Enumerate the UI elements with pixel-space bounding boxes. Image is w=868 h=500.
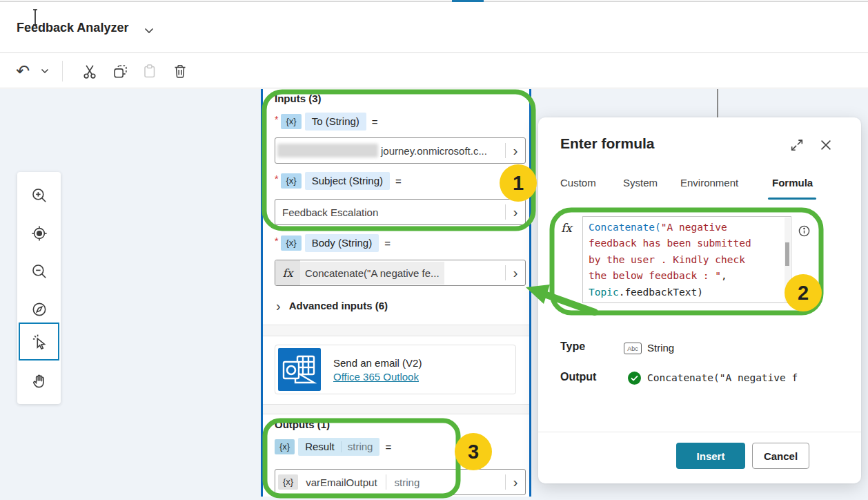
open-value-chevron-icon[interactable]: › xyxy=(506,144,525,157)
variable-badge-icon: {x} xyxy=(275,439,295,454)
connector-line xyxy=(717,89,718,117)
copy-icon[interactable] xyxy=(110,61,130,81)
formula-function: Concatenate( xyxy=(589,222,661,233)
required-marker: * xyxy=(275,173,278,184)
connector-link[interactable]: Office 365 Outlook xyxy=(333,371,422,383)
output-value-field[interactable]: {x} varEmailOutput string › xyxy=(275,469,526,495)
type-label: Type xyxy=(560,340,585,353)
body-value-text: Concatenate("A negative fe... xyxy=(300,262,444,285)
variable-badge-icon: {x} xyxy=(281,114,301,129)
variable-badge-icon: {x} xyxy=(281,173,301,189)
open-value-chevron-icon[interactable]: › xyxy=(506,475,525,489)
output-label: Output xyxy=(560,371,596,383)
formula-namespace: Topic xyxy=(589,287,619,298)
panel-title: Enter formula xyxy=(560,135,655,152)
variable-badge-icon: {x} xyxy=(281,235,301,251)
outlook-icon xyxy=(278,348,321,391)
formula-scrollbar[interactable] xyxy=(785,218,790,302)
to-value-field[interactable]: journey.onmicrosoft.c... › xyxy=(275,137,526,164)
variable-badge-icon: {x} xyxy=(278,474,298,490)
page-title: Feedback Analyzer xyxy=(17,21,128,35)
enter-formula-panel: Enter formula Custom System Environment … xyxy=(538,117,861,483)
paste-icon xyxy=(139,61,160,81)
active-tab-underline xyxy=(768,198,816,200)
advanced-inputs-toggle[interactable]: › Advanced inputs (6) xyxy=(276,300,388,311)
undo-icon[interactable]: ↶ xyxy=(12,61,33,81)
field-divider xyxy=(386,474,386,490)
tab-environment[interactable]: Environment xyxy=(680,177,738,189)
inputs-section-title: Inputs (3) xyxy=(275,93,322,104)
field-label-subject[interactable]: Subject (String) xyxy=(305,172,390,190)
formula-editor[interactable]: Concatenate("A negative feedback has bee… xyxy=(582,216,791,303)
zoom-in-button[interactable] xyxy=(17,176,61,214)
canvas-tool-palette xyxy=(17,172,61,404)
toolbar-divider xyxy=(62,61,63,81)
close-panel-icon[interactable] xyxy=(818,137,835,154)
field-label-body[interactable]: Body (String) xyxy=(305,234,379,252)
equals-sign: = xyxy=(384,238,391,249)
output-name: Result xyxy=(305,441,335,452)
chip-divider xyxy=(341,441,342,452)
output-type: string xyxy=(348,441,373,452)
topic-header: Feedback Analyzer Copilot xyxy=(0,2,868,53)
equals-sign: = xyxy=(385,441,391,453)
equals-sign: = xyxy=(372,116,378,128)
expand-panel-icon[interactable] xyxy=(789,137,806,154)
formula-output-preview: Concatenate("A negative f xyxy=(647,372,798,383)
footer-divider xyxy=(538,432,861,432)
fx-icon: fx xyxy=(275,260,300,285)
section-divider xyxy=(263,325,529,336)
scrollbar-thumb[interactable] xyxy=(785,242,789,266)
section-divider xyxy=(263,404,529,414)
subject-value-field[interactable]: Feedback Escalation › xyxy=(275,199,526,225)
required-marker: * xyxy=(275,114,278,125)
field-label-to[interactable]: To (String) xyxy=(305,113,366,131)
send-email-action-node[interactable]: Inputs (3) * {x} To (String) = journey.o… xyxy=(261,89,531,497)
formula-code[interactable]: Concatenate("A negative feedback has bee… xyxy=(589,220,761,300)
connector-card[interactable]: Send an email (V2) Office 365 Outlook xyxy=(275,345,516,394)
abc-string-icon: Abc xyxy=(624,343,642,354)
to-value-text: journey.onmicrosoft.c... xyxy=(381,145,487,157)
edit-toolbar: ↶ xyxy=(0,54,868,88)
input-row-body: * {x} Body (String) = xyxy=(275,233,391,253)
insert-button[interactable]: Insert xyxy=(676,443,745,469)
tab-system[interactable]: System xyxy=(623,177,658,189)
open-value-chevron-icon[interactable]: › xyxy=(506,266,525,280)
formula-rest: .feedbackText) xyxy=(619,287,703,298)
copilot-studio-authoring-canvas: Feedback Analyzer Copilot xyxy=(0,0,868,500)
body-value-field[interactable]: fx Concatenate("A negative fe... › xyxy=(275,260,526,286)
input-row-to: * {x} To (String) = xyxy=(275,112,378,131)
zoom-out-button[interactable] xyxy=(17,252,61,290)
output-label-result[interactable]: Result string xyxy=(298,438,379,456)
cut-icon[interactable] xyxy=(79,61,100,81)
connector-title: Send an email (V2) xyxy=(333,357,422,369)
required-marker: * xyxy=(275,235,278,247)
tab-custom[interactable]: Custom xyxy=(560,177,596,189)
chevron-down-icon[interactable] xyxy=(144,28,154,34)
select-tool-button[interactable] xyxy=(19,323,59,360)
valid-check-icon xyxy=(628,372,641,385)
output-row-result: {x} Result string = xyxy=(275,437,391,456)
output-variable-type: string xyxy=(395,477,420,488)
chevron-right-icon: › xyxy=(276,301,281,311)
open-value-chevron-icon[interactable]: › xyxy=(506,205,525,219)
formula-info-icon[interactable] xyxy=(798,224,811,238)
pan-hand-button[interactable] xyxy=(17,362,61,400)
undo-chevron-icon[interactable] xyxy=(34,61,55,81)
type-value: String xyxy=(647,342,674,354)
reset-focus-button[interactable] xyxy=(17,214,61,252)
outputs-section-title: Outputs (1) xyxy=(275,419,330,430)
subject-value-text: Feedback Escalation xyxy=(282,206,378,218)
formula-comma: , xyxy=(721,270,733,281)
input-row-subject: * {x} Subject (String) = xyxy=(275,171,402,191)
fx-icon: fx xyxy=(561,221,572,235)
output-variable-name: varEmailOutput xyxy=(306,477,377,488)
cancel-button[interactable]: Cancel xyxy=(752,443,809,469)
delete-icon[interactable] xyxy=(170,61,190,81)
advanced-inputs-label: Advanced inputs (6) xyxy=(289,300,388,311)
tab-formula[interactable]: Formula xyxy=(772,177,813,189)
equals-sign: = xyxy=(395,175,402,187)
redacted-email-blur xyxy=(277,144,378,157)
